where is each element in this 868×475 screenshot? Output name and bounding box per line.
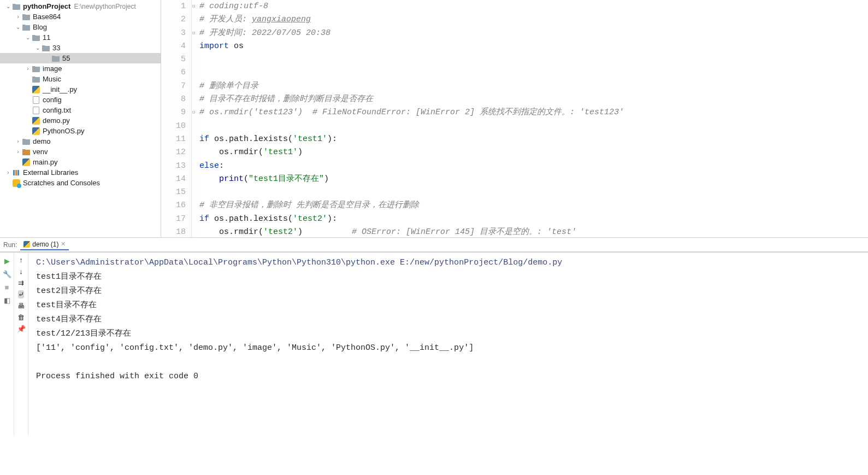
up-arrow-icon[interactable]: ↑ bbox=[19, 256, 23, 264]
tree-item[interactable]: Scratches and Consoles bbox=[0, 178, 161, 188]
chevron-down-icon[interactable]: ⌄ bbox=[14, 24, 22, 30]
tree-item[interactable]: ›image bbox=[0, 63, 161, 74]
tree-item-label: config.txt bbox=[43, 106, 71, 114]
code-line[interactable]: # 删除单个目录 bbox=[199, 80, 868, 93]
fold-toggle-icon[interactable]: ⊟ bbox=[192, 110, 197, 115]
layout-button[interactable]: ◧ bbox=[2, 295, 12, 305]
line-number: 18 bbox=[161, 226, 186, 237]
code-line[interactable]: else: bbox=[199, 160, 868, 173]
console-line: test/12/213目录不存在 bbox=[36, 327, 860, 341]
code-line[interactable]: # coding:utf-8 bbox=[199, 0, 868, 13]
folder-icon bbox=[22, 148, 31, 156]
line-number: 10 bbox=[161, 120, 186, 133]
code-token: os.path.lexists( bbox=[209, 214, 293, 224]
tree-item[interactable]: ⌄33 bbox=[0, 43, 161, 53]
folder-icon bbox=[32, 75, 40, 84]
print-icon[interactable]: 🖶 bbox=[17, 302, 25, 310]
tree-item[interactable]: ⌄pythonProjectE:\new\pythonProject bbox=[0, 1, 161, 11]
code-token: ): bbox=[327, 134, 337, 144]
chevron-right-icon[interactable]: › bbox=[14, 14, 22, 20]
code-line[interactable]: print("test1目录不存在") bbox=[199, 173, 868, 186]
tree-item-label: pythonProject bbox=[23, 2, 70, 10]
python-icon bbox=[23, 241, 30, 248]
stop-button[interactable]: ■ bbox=[2, 282, 12, 292]
tree-item[interactable]: ⌄Blog bbox=[0, 22, 161, 32]
code-area[interactable]: # coding:utf-8# 开发人员: yangxiaopeng# 开发时间… bbox=[197, 0, 868, 237]
svg-rect-0 bbox=[13, 170, 15, 175]
code-line[interactable]: import os bbox=[199, 40, 868, 53]
chevron-down-icon[interactable]: ⌄ bbox=[4, 3, 12, 9]
tree-item[interactable]: config.txt bbox=[0, 105, 161, 115]
code-line[interactable]: os.rmdir('test2') # OSError: [WinError 1… bbox=[199, 226, 868, 237]
code-token: os.rmdir( bbox=[199, 148, 263, 157]
run-tool-window: Run: demo (1) ✕ ▶ 🔧 ■ ◧ ↑ ↓ ⇉ ⤶ 🖶 🗑 📌 C:… bbox=[0, 238, 868, 475]
fold-gutter[interactable]: ⊟⊟⊟ bbox=[192, 0, 197, 237]
code-line[interactable]: # 开发人员: yangxiaopeng bbox=[199, 13, 868, 26]
folder-icon bbox=[22, 13, 31, 21]
tree-item[interactable]: ›demo bbox=[0, 136, 161, 146]
rerun-button[interactable]: ▶ bbox=[2, 256, 12, 266]
code-token: import bbox=[199, 42, 229, 51]
code-line[interactable] bbox=[199, 66, 868, 79]
line-number: 15 bbox=[161, 186, 186, 199]
code-token: 'test2' bbox=[293, 214, 327, 224]
code-token: # 非空目录报错，删除时 先判断是否是空目录，在进行删除 bbox=[199, 201, 419, 210]
code-line[interactable]: os.rmdir('test1') bbox=[199, 146, 868, 159]
code-line[interactable]: # 开发时间: 2022/07/05 20:38 bbox=[199, 27, 868, 40]
run-tab-name: demo (1) bbox=[32, 241, 58, 248]
tree-item[interactable]: demo.py bbox=[0, 115, 161, 126]
line-number: 16 bbox=[161, 199, 186, 212]
wrench-icon[interactable]: 🔧 bbox=[2, 269, 12, 279]
down-arrow-icon[interactable]: ↓ bbox=[19, 267, 23, 275]
code-line[interactable]: # 目录不存在时报错，删除时判断目录是否存在 bbox=[199, 93, 868, 106]
tree-item[interactable]: main.py bbox=[0, 157, 161, 167]
tree-item[interactable]: __init__.py bbox=[0, 84, 161, 95]
trash-icon[interactable]: 🗑 bbox=[17, 313, 25, 321]
tree-item[interactable]: 55 bbox=[0, 53, 161, 63]
chevron-down-icon[interactable]: ⌄ bbox=[24, 34, 32, 40]
code-line[interactable]: if os.path.lexists('test2'): bbox=[199, 213, 868, 226]
line-number: 1 bbox=[161, 0, 186, 13]
code-token: if bbox=[199, 134, 209, 144]
code-token: ( bbox=[244, 174, 249, 184]
code-token: print bbox=[219, 174, 244, 184]
chevron-right-icon[interactable]: › bbox=[14, 138, 22, 144]
fold-toggle-icon[interactable]: ⊟ bbox=[192, 4, 197, 9]
code-token: # coding:utf-8 bbox=[199, 2, 268, 11]
code-editor[interactable]: 123456789101112131415161718192021 ⊟⊟⊟ # … bbox=[161, 0, 868, 237]
chevron-right-icon[interactable]: › bbox=[24, 66, 32, 72]
chevron-right-icon[interactable]: › bbox=[14, 149, 22, 155]
tree-item[interactable]: ›venv bbox=[0, 146, 161, 157]
project-tree[interactable]: ⌄pythonProjectE:\new\pythonProject›Base8… bbox=[0, 0, 161, 237]
tree-item[interactable]: Music bbox=[0, 74, 161, 84]
tree-item[interactable]: ›Base864 bbox=[0, 11, 161, 22]
tree-item[interactable]: config bbox=[0, 95, 161, 105]
run-tab[interactable]: demo (1) ✕ bbox=[20, 239, 69, 250]
console-body: C:\Users\Administrator\AppData\Local\Pro… bbox=[28, 253, 868, 436]
tree-item[interactable]: ›External Libraries bbox=[0, 167, 161, 178]
chevron-right-icon[interactable]: › bbox=[4, 169, 12, 175]
run-secondary-toolbar: ↑ ↓ ⇉ ⤶ 🖶 🗑 📌 bbox=[14, 253, 28, 436]
code-line[interactable] bbox=[199, 186, 868, 199]
chevron-down-icon[interactable]: ⌄ bbox=[34, 45, 42, 51]
code-line[interactable]: # 非空目录报错，删除时 先判断是否是空目录，在进行删除 bbox=[199, 199, 868, 212]
code-token: else bbox=[199, 161, 219, 171]
tree-item[interactable]: PythonOS.py bbox=[0, 126, 161, 136]
soft-wrap-toggle[interactable]: ⤶ bbox=[18, 290, 24, 298]
filter-icon[interactable]: ⇉ bbox=[18, 279, 24, 287]
fold-toggle-icon[interactable]: ⊟ bbox=[192, 31, 197, 36]
code-token: # 删除单个目录 bbox=[199, 81, 258, 91]
tree-item-label: config bbox=[43, 96, 62, 104]
close-icon[interactable]: ✕ bbox=[61, 241, 66, 248]
console-output[interactable]: C:\Users\Administrator\AppData\Local\Pro… bbox=[28, 253, 868, 436]
tree-item[interactable]: ⌄11 bbox=[0, 32, 161, 43]
code-line[interactable]: if os.path.lexists('test1'): bbox=[199, 133, 868, 146]
python-file-icon bbox=[32, 127, 40, 136]
pin-icon[interactable]: 📌 bbox=[17, 325, 26, 333]
code-line[interactable] bbox=[199, 53, 868, 66]
code-token: 'test2' bbox=[263, 227, 298, 237]
tree-item-label: Scratches and Consoles bbox=[23, 179, 100, 187]
file-icon bbox=[32, 96, 40, 104]
code-line[interactable] bbox=[199, 120, 868, 133]
code-line[interactable]: # os.rmdir('test123') # FileNotFoundErro… bbox=[199, 106, 868, 119]
